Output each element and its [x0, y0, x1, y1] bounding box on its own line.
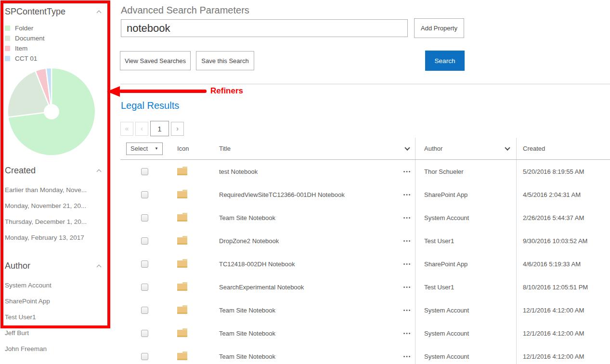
- folder-icon: [177, 168, 187, 175]
- row-checkbox[interactable]: [141, 353, 148, 360]
- refiner-item[interactable]: SharePoint App: [5, 293, 106, 309]
- row-checkbox[interactable]: [141, 214, 148, 221]
- refiner-item[interactable]: Earlier than Monday, Nove...: [5, 182, 106, 198]
- legend-item[interactable]: CCT 01: [5, 53, 104, 64]
- row-checkbox[interactable]: [141, 168, 148, 175]
- save-this-search-button[interactable]: Save this Search: [196, 51, 254, 70]
- author-sort-chevron-icon[interactable]: [505, 145, 510, 150]
- collapse-chevron-icon[interactable]: [97, 11, 102, 15]
- row-actions-ellipsis-icon[interactable]: [403, 169, 412, 174]
- add-property-button[interactable]: Add Property: [414, 18, 464, 38]
- table-row: Team Site Notebook System Account 12/1/2…: [120, 345, 610, 364]
- table-row: Team Site Notebook System Account 12/1/2…: [120, 299, 610, 322]
- row-author: System Account: [415, 299, 516, 322]
- view-saved-searches-button[interactable]: View Saved Searches: [120, 51, 191, 70]
- annotation-label: Refiners: [210, 86, 243, 96]
- table-body: test Notebook Thor Schueler 5/20/2016 8:…: [120, 160, 610, 364]
- legend-item[interactable]: Item: [5, 43, 104, 53]
- legend-swatch-icon: [5, 56, 10, 61]
- row-title[interactable]: TC12418-002DH Notebook: [214, 252, 400, 275]
- column-header-title: Title: [214, 138, 400, 159]
- search-query-input[interactable]: [121, 19, 408, 37]
- legend-label: Folder: [15, 25, 33, 32]
- results-table: Select ▼ Icon Title Author Created test …: [120, 138, 610, 364]
- refiner-title-spcontenttype: SPContentType: [5, 7, 65, 17]
- collapse-chevron-icon[interactable]: [97, 265, 102, 270]
- legend-item[interactable]: Folder: [5, 23, 104, 33]
- row-created: 4/5/2016 2:04:31 AM: [516, 183, 610, 206]
- pagination: « ‹ 1 ›: [120, 121, 184, 136]
- row-author: Test User1: [415, 229, 516, 252]
- folder-icon: [177, 330, 187, 337]
- row-author: Thor Schueler: [415, 160, 516, 183]
- next-page-button[interactable]: ›: [171, 122, 184, 136]
- row-author: SharePoint App: [415, 183, 516, 206]
- table-row: Team Site Notebook System Account 2/26/2…: [120, 206, 610, 229]
- row-actions-ellipsis-icon[interactable]: [403, 354, 412, 359]
- row-checkbox[interactable]: [141, 237, 148, 245]
- row-created: 8/10/2016 12:05:51 PM: [516, 275, 610, 299]
- row-author: SharePoint App: [415, 252, 516, 275]
- row-title[interactable]: RequiredViewSiteTC12366-001DH Notebook: [214, 183, 400, 206]
- legend-label: Document: [15, 35, 45, 42]
- row-title[interactable]: Team Site Notebook: [214, 345, 400, 364]
- column-header-icon: Icon: [171, 138, 214, 159]
- row-checkbox[interactable]: [141, 260, 148, 268]
- row-checkbox[interactable]: [141, 284, 148, 291]
- folder-icon: [177, 307, 187, 314]
- prev-page-button[interactable]: ‹: [135, 122, 148, 136]
- row-checkbox[interactable]: [141, 330, 148, 337]
- arrow-shaft: [119, 90, 207, 93]
- legend-label: Item: [15, 45, 27, 52]
- row-title[interactable]: Team Site Notebook: [214, 206, 400, 229]
- row-actions-ellipsis-icon[interactable]: [403, 215, 412, 221]
- legend-swatch-icon: [5, 36, 10, 41]
- title-sort-chevron-icon[interactable]: [404, 145, 410, 150]
- row-actions-ellipsis-icon[interactable]: [403, 238, 412, 244]
- refiner-item[interactable]: Jeff Burt: [5, 325, 106, 341]
- row-actions-ellipsis-icon[interactable]: [403, 192, 412, 197]
- row-actions-ellipsis-icon[interactable]: [403, 261, 412, 267]
- select-all-label: Select: [130, 145, 148, 152]
- refiner-item[interactable]: Monday, February 13, 2017: [5, 230, 106, 246]
- refiner-section-title: Author: [5, 261, 30, 271]
- refiner-item[interactable]: System Account: [5, 277, 106, 293]
- current-page-box[interactable]: 1: [150, 121, 169, 136]
- first-page-button[interactable]: «: [120, 122, 133, 136]
- collapse-chevron-icon[interactable]: [97, 169, 102, 174]
- refiner-section-contenttype: SPContentType Folder Document Item CCT 0…: [5, 7, 104, 64]
- donut-hole: [44, 104, 59, 119]
- row-title[interactable]: test Notebook: [214, 160, 400, 183]
- table-header: Select ▼ Icon Title Author Created: [120, 138, 610, 160]
- refiner-section-title: Created: [5, 166, 36, 176]
- refiner-item[interactable]: Thursday, December 1, 20...: [5, 214, 106, 230]
- row-actions-ellipsis-icon[interactable]: [403, 308, 412, 313]
- table-row: TC12418-002DH Notebook SharePoint App 4/…: [120, 252, 610, 275]
- refiner-item[interactable]: Test User1: [5, 309, 106, 325]
- row-title[interactable]: Team Site Notebook: [214, 322, 400, 345]
- folder-icon: [177, 191, 187, 198]
- refiner-section: Created Earlier than Monday, Nove...Mond…: [5, 166, 106, 246]
- column-header-author: Author: [424, 145, 442, 152]
- select-all-dropdown[interactable]: Select ▼: [126, 143, 163, 155]
- folder-icon: [177, 214, 187, 221]
- row-checkbox[interactable]: [141, 307, 148, 314]
- content-type-pie-chart[interactable]: [6, 66, 97, 157]
- table-row: DropZone2 Notebook Test User1 9/30/2016 …: [120, 229, 610, 252]
- legend-item[interactable]: Document: [5, 33, 104, 43]
- folder-icon: [177, 284, 187, 291]
- arrow-left-icon: [107, 86, 120, 97]
- refiner-item[interactable]: Monday, November 21, 20...: [5, 198, 106, 214]
- table-row: test Notebook Thor Schueler 5/20/2016 8:…: [120, 160, 610, 183]
- row-title[interactable]: SearchExperimental Notebook: [214, 275, 400, 299]
- refiner-item[interactable]: John Freeman: [5, 341, 106, 357]
- row-actions-ellipsis-icon[interactable]: [403, 285, 412, 290]
- search-button[interactable]: Search: [425, 51, 465, 71]
- row-checkbox[interactable]: [141, 191, 148, 198]
- row-title[interactable]: Team Site Notebook: [214, 299, 400, 322]
- row-created: 12/1/2016 4:12:00 AM: [516, 299, 610, 322]
- caret-down-icon: ▼: [155, 146, 158, 151]
- row-author: System Account: [415, 206, 516, 229]
- row-title[interactable]: DropZone2 Notebook: [214, 229, 400, 252]
- row-actions-ellipsis-icon[interactable]: [403, 331, 412, 336]
